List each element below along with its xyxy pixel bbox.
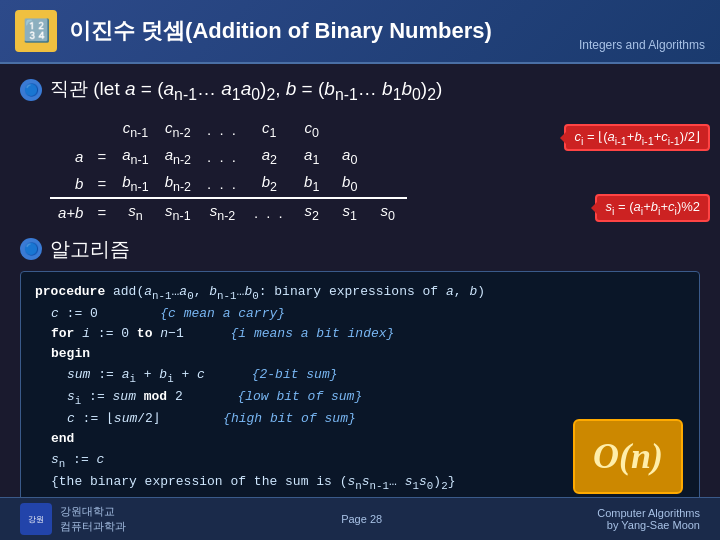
section1-label: 직관 (let a = (an-1… a1a0)2, b = (bn-1… b1… xyxy=(50,76,442,104)
dots3: . . . xyxy=(199,170,246,198)
a-row: a = an-1 an-2 . . . a2 a1 a0 xyxy=(50,143,407,170)
code-si-line: si := sum mod 2 {low bit of sum} xyxy=(67,387,685,409)
a-n1: an-1 xyxy=(114,143,156,170)
main-content: 🔵 직관 (let a = (an-1… a1a0)2, b = (bn-1… … xyxy=(0,64,720,517)
a-2: a2 xyxy=(246,143,293,170)
c-1: c1 xyxy=(246,116,293,143)
b-1: b1 xyxy=(293,170,331,198)
footer: 강원 강원대학교컴퓨터과학과 Page 28 Computer Algorith… xyxy=(0,497,720,540)
a-n2: an-2 xyxy=(157,143,199,170)
s-n: sn xyxy=(114,198,156,226)
page-title: 이진수 덧셈(Addition of Binary Numbers) xyxy=(69,16,567,46)
a-1: a1 xyxy=(293,143,331,170)
section2-label: 알고리즘 xyxy=(50,236,130,263)
callout-carry: ci = ⌊(ai-1+bi-1+ci-1)/2⌋ xyxy=(564,124,710,152)
footer-credit: Computer Algorithmsby Yang-Sae Moon xyxy=(597,507,700,531)
c-n1: cn-1 xyxy=(114,116,156,143)
table-area: cn-1 cn-2 . . . c1 c0 a = an-1 an-2 . . … xyxy=(50,116,700,226)
university-logo: 강원 xyxy=(20,503,52,535)
subtitle-label: Integers and Algorithms xyxy=(579,38,705,52)
b-row: b = bn-1 bn-2 . . . b2 b1 b0 xyxy=(50,170,407,198)
dots2: . . . xyxy=(199,143,246,170)
university-name: 강원대학교컴퓨터과학과 xyxy=(60,504,126,534)
title-text: 이진수 덧셈(Addition of Binary Numbers) xyxy=(69,18,492,43)
sum-row: a+b = sn sn-1 sn-2 . . . s2 s1 s0 xyxy=(50,198,407,226)
b-n2: bn-2 xyxy=(157,170,199,198)
callout-sum: si = (ai+bi+ci)%2 xyxy=(595,194,710,222)
code-line2: c := 0 {c mean a carry} xyxy=(51,304,685,324)
b-2: b2 xyxy=(246,170,293,198)
a-0: a0 xyxy=(331,143,369,170)
footer-logo: 강원 강원대학교컴퓨터과학과 xyxy=(20,503,126,535)
a-label: a xyxy=(50,143,89,170)
dots4: . . . xyxy=(246,198,293,226)
page-number: Page 28 xyxy=(341,513,382,525)
code-sum-line: sum := ai + bi + c {2-bit sum} xyxy=(67,365,685,387)
b-label: b xyxy=(50,170,89,198)
algorithm-section: 🔵 알고리즘 procedure add(an-1…a0, bn-1…b0: b… xyxy=(20,236,700,506)
carries-label xyxy=(50,116,89,143)
header: 🔢 이진수 덧셈(Addition of Binary Numbers) Int… xyxy=(0,0,720,64)
s-n2: sn-2 xyxy=(199,198,246,226)
b-0: b0 xyxy=(331,170,369,198)
complexity-box: O(n) xyxy=(573,419,683,495)
code-block: procedure add(an-1…a0, bn-1…b0: binary e… xyxy=(20,271,700,506)
section1-bullet: 🔵 xyxy=(20,79,42,101)
section2-title: 🔵 알고리즘 xyxy=(20,236,700,263)
code-begin: begin xyxy=(51,344,685,364)
dots1: . . . xyxy=(199,116,246,143)
section1-title: 🔵 직관 (let a = (an-1… a1a0)2, b = (bn-1… … xyxy=(20,76,700,104)
b-n1: bn-1 xyxy=(114,170,156,198)
code-line3: for i := 0 to n−1 {i means a bit index} xyxy=(51,324,685,344)
s-n1: sn-1 xyxy=(157,198,199,226)
addition-table: cn-1 cn-2 . . . c1 c0 a = an-1 an-2 . . … xyxy=(50,116,407,226)
code-line1: procedure add(an-1…a0, bn-1…b0: binary e… xyxy=(35,282,685,304)
s-0: s0 xyxy=(369,198,407,226)
c-0: c0 xyxy=(293,116,331,143)
header-icon: 🔢 xyxy=(15,10,57,52)
carries-row: cn-1 cn-2 . . . c1 c0 xyxy=(50,116,407,143)
subtitle-text: Integers and Algorithms xyxy=(579,38,705,52)
section2-bullet: 🔵 xyxy=(20,238,42,260)
s-1: s1 xyxy=(331,198,369,226)
complexity-label: O(n) xyxy=(593,436,663,476)
header-icon-symbol: 🔢 xyxy=(23,18,50,44)
sum-label: a+b xyxy=(50,198,89,226)
s-2: s2 xyxy=(293,198,331,226)
c-n2: cn-2 xyxy=(157,116,199,143)
